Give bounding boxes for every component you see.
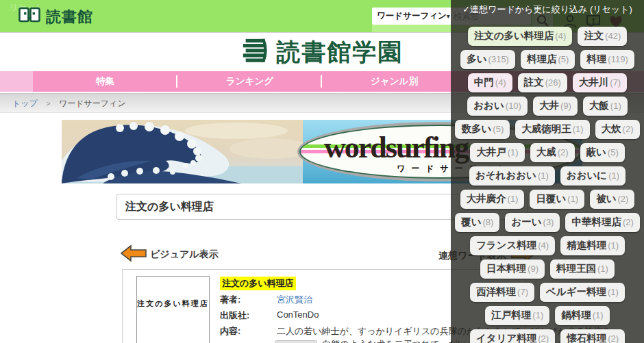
brand-logo[interactable]: 読書館 xyxy=(18,6,93,27)
chip-row: おそれおおい(1)おおいに(1) xyxy=(451,166,644,186)
keyword-chip[interactable]: 被い(2) xyxy=(590,190,634,209)
keyword-chip[interactable]: 大炊(2) xyxy=(595,120,640,139)
cut-off-button[interactable] xyxy=(275,340,317,343)
breadcrumb-current: ワードサーフィン xyxy=(59,99,126,108)
keyword-chip[interactable]: 大井廣介(1) xyxy=(460,190,525,209)
author-link[interactable]: 宮沢賢治 xyxy=(277,294,312,306)
page: リセット 読書館 ワードサーフィン▾ xyxy=(0,0,644,343)
breadcrumb-separator: > xyxy=(46,99,50,107)
keyword-chip[interactable]: フランス料理(4) xyxy=(470,236,555,255)
visual-display-button[interactable]: ビジュアル表示 xyxy=(120,244,219,266)
chip-row: イタリア料理(2)懐石料理(2) xyxy=(451,329,644,343)
chip-row: フランス料理(4)精進料理(1) xyxy=(451,236,644,255)
keyword-chip[interactable]: おおいに(1) xyxy=(560,166,626,186)
open-book-icon xyxy=(18,6,41,27)
cover-title: 注文の多い料理店 xyxy=(137,298,209,309)
brand-label: 読書館 xyxy=(46,7,93,27)
keyword-chip[interactable]: イタリア料理(2) xyxy=(470,329,555,343)
search-category-dropdown[interactable]: ワードサーフィン▾ xyxy=(377,10,450,22)
nav-item-ranking[interactable]: ランキング xyxy=(177,71,322,92)
keyword-chip[interactable]: 註文(26) xyxy=(518,73,567,92)
keyword-chip[interactable]: 多い(315) xyxy=(460,50,515,69)
author-label: 著者: xyxy=(220,294,277,306)
filter-reset-link[interactable]: (リセット) xyxy=(590,4,632,14)
chip-row: 注文の多い料理店(4)注文(42) xyxy=(451,27,644,46)
chip-row: 大井廣介(1)日覆い(1)被い(2) xyxy=(451,190,644,209)
keyword-chip[interactable]: 鍋料理(1) xyxy=(555,306,609,325)
book-cover-thumbnail[interactable]: 注文の多い料理店 xyxy=(136,276,210,343)
keyword-chip[interactable]: 大井(9) xyxy=(533,97,578,116)
breadcrumb-home-link[interactable]: トップ xyxy=(12,99,38,108)
chevron-down-icon: ▾ xyxy=(447,12,450,20)
keyword-chip[interactable]: 大飯(1) xyxy=(583,97,628,116)
keyword-chip[interactable]: 大威徳明王(1) xyxy=(515,120,589,139)
keyword-chip-rows: 注文の多い料理店(4)注文(42)多い(315)料理店(5)料理(119)中門(… xyxy=(451,27,644,343)
book-title-highlighted[interactable]: 注文の多い料理店 xyxy=(220,277,296,290)
chip-row: 西洋料理(7)ベルギー料理(1) xyxy=(451,283,644,302)
banner-title: wordsurfing xyxy=(324,130,468,165)
keyword-chip[interactable]: 中華料理店(2) xyxy=(565,213,639,232)
publisher-value: ConTenDo xyxy=(277,309,319,322)
chip-row: 江戸料理(1)鍋料理(1) xyxy=(451,306,644,325)
keyword-chip[interactable]: 大井川(7) xyxy=(573,73,627,92)
filter-header: ✓連想ワードから更に絞り込み (リセット) xyxy=(451,3,644,16)
summary-label: 内容: xyxy=(220,325,277,343)
keyword-chip[interactable]: 懐石料理(2) xyxy=(560,329,625,343)
chip-row: 中門(4)註文(26)大井川(7) xyxy=(451,73,644,92)
keyword-chip[interactable]: 西洋料理(7) xyxy=(470,283,534,302)
chip-row: おおい(10)大井(9)大飯(1) xyxy=(451,97,644,116)
chip-row: 数多い(5)大威徳明王(1)大炊(2) xyxy=(451,120,644,139)
keyword-chip[interactable]: 覆い(8) xyxy=(455,213,499,232)
keyword-chip[interactable]: 江戸料理(1) xyxy=(485,306,549,325)
keyword-chip[interactable]: 料理(119) xyxy=(580,50,634,69)
keyword-chip[interactable]: 中門(4) xyxy=(468,73,512,92)
keyword-chip[interactable]: おーい(3) xyxy=(505,213,560,232)
keyword-chip[interactable]: 注文の多い料理店(4) xyxy=(468,27,573,46)
chip-row: 覆い(8)おーい(3)中華料理店(2) xyxy=(451,213,644,232)
keyword-chip[interactable]: 料理店(5) xyxy=(521,50,575,69)
chip-row: 多い(315)料理店(5)料理(119) xyxy=(451,50,644,69)
chip-row: 大井戸(1)大威(2)蔽い(5) xyxy=(451,143,644,162)
keyword-chip[interactable]: 注文(42) xyxy=(578,27,627,46)
keyword-chip[interactable]: 大井戸(1) xyxy=(470,143,524,162)
keyword-chip[interactable]: 料理王国(1) xyxy=(550,259,615,279)
publisher-label: 出版社: xyxy=(220,309,277,322)
keyword-chip[interactable]: 日覆い(1) xyxy=(530,190,584,209)
chip-row: 日本料理(9)料理王国(1) xyxy=(451,259,644,279)
keyword-chip[interactable]: ベルギー料理(1) xyxy=(540,283,625,302)
nav-item-genre[interactable]: ジャンル別 xyxy=(322,71,467,92)
keyword-filter-overlay: ✓連想ワードから更に絞り込み (リセット) 注文の多い料理店(4)注文(42)多… xyxy=(451,0,644,343)
keyword-chip[interactable]: 蔽い(5) xyxy=(580,143,625,162)
site-title: 読書館学園 xyxy=(277,36,404,68)
keyword-chip[interactable]: 大威(2) xyxy=(530,143,575,162)
filter-title: ✓連想ワードから更に絞り込み xyxy=(462,4,587,14)
keyword-chip[interactable]: 数多い(5) xyxy=(455,120,510,139)
keyword-chip[interactable]: おそれおおい(1) xyxy=(469,166,555,186)
great-wave-artwork xyxy=(62,120,303,183)
arrow-left-icon xyxy=(120,244,147,266)
keyword-chip[interactable]: おおい(10) xyxy=(467,97,528,116)
keyword-chip[interactable]: 精進料理(1) xyxy=(560,236,625,255)
visual-display-label: ビジュアル表示 xyxy=(150,249,219,261)
keyword-chip[interactable]: 日本料理(9) xyxy=(480,259,545,279)
nav-item-tokushu[interactable]: 特集 xyxy=(33,71,177,92)
stacked-books-icon xyxy=(241,38,270,68)
